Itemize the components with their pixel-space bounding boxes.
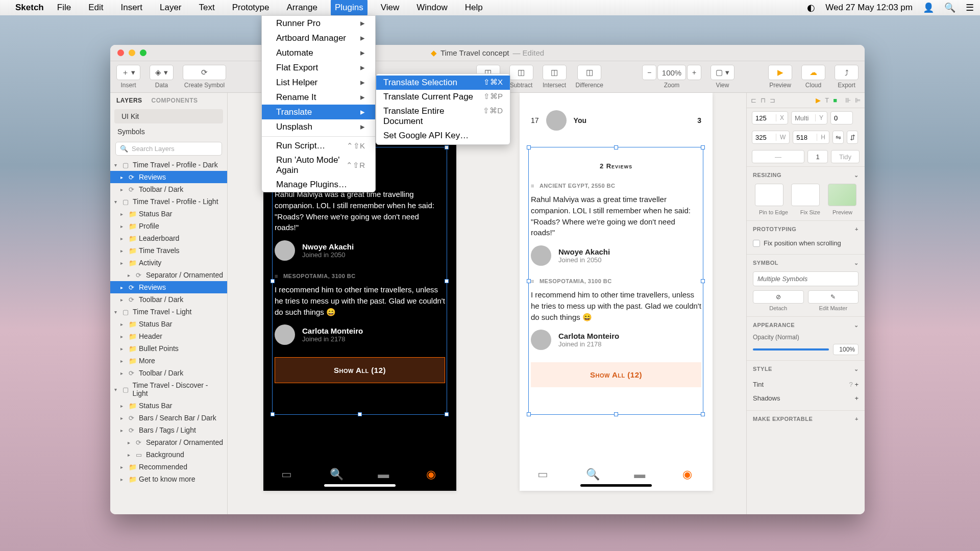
layer-more[interactable]: ▸📁More xyxy=(110,355,227,367)
layer-recommended[interactable]: ▸📁Recommended xyxy=(110,461,227,473)
intersect-button[interactable]: ◫ xyxy=(543,65,567,80)
translate-entire-document[interactable]: Translate Entire Document⇧⌘D xyxy=(376,104,510,129)
flip-h-button[interactable]: ⇋ xyxy=(832,131,844,144)
layer-background[interactable]: ▸▭Background xyxy=(110,448,227,461)
align-center-icon[interactable]: ⊓ xyxy=(761,96,766,104)
layer-activity[interactable]: ▸📁Activity xyxy=(110,257,227,269)
collapse-icon[interactable]: ⌄ xyxy=(854,366,859,372)
plugin-run-script[interactable]: Run Script…⌃⇧K xyxy=(262,139,375,153)
plugin-unsplash[interactable]: Unsplash▸ xyxy=(262,119,375,134)
insert-button[interactable]: ＋ ▾ xyxy=(116,65,140,80)
layer-time-travels[interactable]: ▸📁Time Travels xyxy=(110,244,227,257)
layer-status-bar[interactable]: ▸📁Status Bar xyxy=(110,399,227,412)
data-button[interactable]: ◈ ▾ xyxy=(150,65,174,80)
text-icon[interactable]: T xyxy=(825,96,829,104)
cloud-button[interactable]: ☁ xyxy=(801,65,825,80)
siri-icon[interactable]: ◐ xyxy=(807,2,815,13)
layer-toolbar-dark[interactable]: ▸⟳Toolbar / Dark xyxy=(110,293,227,306)
layer-profile[interactable]: ▸📁Profile xyxy=(110,220,227,232)
add-shadow-icon[interactable]: + xyxy=(854,394,859,402)
layer-header[interactable]: ▸📁Header xyxy=(110,330,227,342)
rotate-field[interactable] xyxy=(830,111,853,124)
tab-layers[interactable]: LAYERS xyxy=(116,97,142,104)
add-export-icon[interactable]: + xyxy=(855,416,859,422)
layer-reviews[interactable]: ▸⟳Reviews xyxy=(110,281,227,293)
plugin-manage[interactable]: Manage Plugins… xyxy=(262,178,375,192)
transform-field[interactable]: — xyxy=(752,150,804,163)
layer-bars-tags-light[interactable]: ▸⟳Bars / Tags / Light xyxy=(110,424,227,436)
edit-master-button[interactable]: ✎ xyxy=(808,290,859,304)
layer-bars-search-bar-dark[interactable]: ▸⟳Bars / Search Bar / Dark xyxy=(110,412,227,424)
page-symbols[interactable]: Symbols xyxy=(110,124,227,139)
menu-text[interactable]: Text xyxy=(195,0,219,16)
tidy-button[interactable]: Tidy xyxy=(831,150,860,163)
plugin-runner-pro[interactable]: Runner Pro▸ xyxy=(262,16,375,31)
pin-to-edge[interactable] xyxy=(755,184,783,206)
menu-file[interactable]: File xyxy=(53,0,75,16)
close-button[interactable] xyxy=(117,49,124,56)
flip-v-button[interactable]: ⇵ xyxy=(847,131,858,144)
fix-position-checkbox[interactable]: Fix position when scrolling xyxy=(753,237,859,249)
plugin-rename-it[interactable]: Rename It▸ xyxy=(262,90,375,105)
opacity-slider[interactable] xyxy=(753,348,829,350)
play-icon[interactable]: ▶ xyxy=(816,96,821,104)
layer-reviews[interactable]: ▸⟳Reviews xyxy=(110,171,227,183)
resize-preview[interactable] xyxy=(828,184,856,206)
layer-time-travel-light[interactable]: ▾▢Time Travel - Light xyxy=(110,306,227,318)
x-field[interactable]: X xyxy=(752,111,788,124)
zoom-in[interactable]: + xyxy=(687,65,701,80)
menu-edit[interactable]: Edit xyxy=(84,0,107,16)
menu-window[interactable]: Window xyxy=(412,0,451,16)
translate-selection[interactable]: Translate Selection⇧⌘X xyxy=(376,76,510,90)
tab-components[interactable]: COMPONENTS xyxy=(152,97,198,104)
layer-time-travel-profile-dark[interactable]: ▾▢Time Travel - Profile - Dark xyxy=(110,159,227,171)
w-field[interactable]: W xyxy=(752,131,790,144)
symbol-select[interactable]: Multiple Symbols xyxy=(753,271,859,286)
dist-v-icon[interactable]: ⊫ xyxy=(855,96,861,104)
add-icon[interactable]: + xyxy=(855,226,859,232)
layer-toolbar-dark[interactable]: ▸⟳Toolbar / Dark xyxy=(110,367,227,379)
translate-set-api-key[interactable]: Set Google API Key… xyxy=(376,129,510,143)
user-icon[interactable]: 👤 xyxy=(923,2,934,13)
app-name[interactable]: Sketch xyxy=(15,3,44,13)
menu-view[interactable]: View xyxy=(377,0,404,16)
layer-get-to-know-more[interactable]: ▸📁Get to know more xyxy=(110,473,227,485)
collapse-icon[interactable]: ⌄ xyxy=(854,260,859,266)
zoom-value[interactable]: 100% xyxy=(657,65,686,80)
layer-status-bar[interactable]: ▸📁Status Bar xyxy=(110,318,227,330)
detach-button[interactable]: ⊘ xyxy=(753,290,804,304)
layer-time-travel-discover-light[interactable]: ▾▢Time Travel - Discover - Light xyxy=(110,379,227,399)
search-layers-input[interactable]: 🔍Search Layers xyxy=(115,142,222,156)
menu-help[interactable]: Help xyxy=(461,0,487,16)
add-tint-icon[interactable]: + xyxy=(854,381,859,388)
plugin-artboard-manager[interactable]: Artboard Manager▸ xyxy=(262,31,375,45)
zoom-out[interactable]: − xyxy=(642,65,656,80)
opacity-value[interactable]: 100% xyxy=(833,344,859,355)
collapse-icon[interactable]: ⌄ xyxy=(854,172,859,179)
menu-prototype[interactable]: Prototype xyxy=(228,0,274,16)
align-left-icon[interactable]: ⊏ xyxy=(751,96,756,104)
preview-button[interactable]: ▶ xyxy=(768,65,792,80)
search-icon[interactable]: 🔍 xyxy=(944,2,955,13)
color-icon[interactable]: ■ xyxy=(833,96,837,104)
count-field[interactable]: 1 xyxy=(807,150,828,163)
control-center-icon[interactable]: ☰ xyxy=(966,2,974,13)
clock[interactable]: Wed 27 May 12:03 pm xyxy=(825,3,913,13)
plugin-list-helper[interactable]: List Helper▸ xyxy=(262,75,375,90)
plugin-run-again[interactable]: Run 'Auto Mode' Again⌃⇧R xyxy=(262,153,375,178)
plugin-automate[interactable]: Automate▸ xyxy=(262,45,375,60)
menu-layer[interactable]: Layer xyxy=(156,0,186,16)
help-icon[interactable]: ? xyxy=(849,381,853,388)
minimize-button[interactable] xyxy=(129,49,135,56)
align-right-icon[interactable]: ⊐ xyxy=(770,96,775,104)
maximize-button[interactable] xyxy=(140,49,146,56)
page-uikit[interactable]: UI Kit xyxy=(114,109,223,123)
layer-time-travel-profile-light[interactable]: ▾▢Time Travel - Profile - Light xyxy=(110,195,227,208)
fix-size[interactable] xyxy=(791,184,820,206)
dist-h-icon[interactable]: ⊪ xyxy=(845,96,851,104)
layer-toolbar-dark[interactable]: ▸⟳Toolbar / Dark xyxy=(110,183,227,195)
plugin-flat-export[interactable]: Flat Export▸ xyxy=(262,60,375,75)
subtract-button[interactable]: ◫ xyxy=(509,65,533,80)
layer-separator-ornamented[interactable]: ▸⟳Separator / Ornamented xyxy=(110,269,227,281)
layer-status-bar[interactable]: ▸📁Status Bar xyxy=(110,208,227,220)
